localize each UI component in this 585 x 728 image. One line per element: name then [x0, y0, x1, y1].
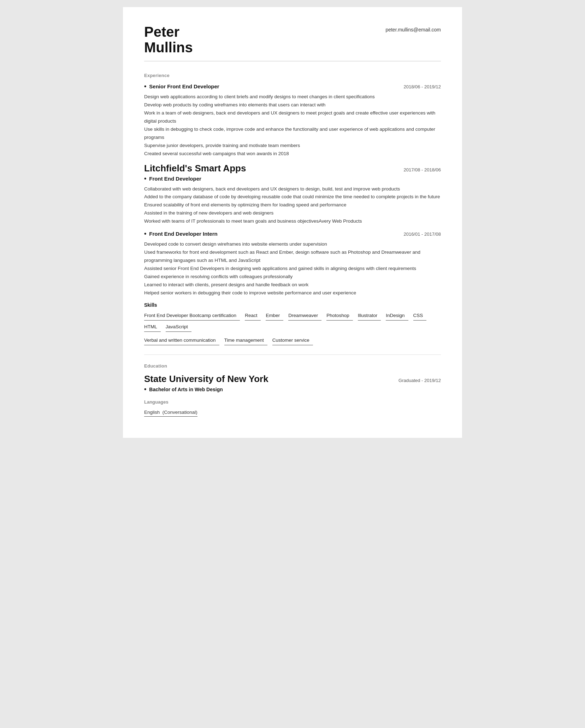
- skill-react: React: [245, 312, 261, 321]
- date-range-3: 2016/01 - 2017/08: [398, 231, 441, 237]
- job-entry-1: • Senior Front End Developer 2018/06 - 2…: [144, 83, 441, 158]
- language-entry: English (Conversational): [144, 409, 441, 417]
- degree-entry: • Bachelor of Arts in Web Design: [144, 386, 441, 392]
- language-name: English: [144, 410, 160, 415]
- degree-title: Bachelor of Arts in Web Design: [149, 387, 223, 392]
- education-header: State University of New York Graduated -…: [144, 374, 441, 384]
- job-description-1: Design web applications according to cli…: [144, 93, 441, 158]
- job-title-1: Senior Front End Developer: [149, 83, 219, 89]
- skill-javascript: JavaScript: [166, 323, 191, 332]
- bullet-2: •: [144, 175, 146, 182]
- job-title-row-3: • Front End Developer Intern 2016/01 - 2…: [144, 230, 441, 237]
- skill-photoshop: Photoshop: [326, 312, 353, 321]
- header-name: Peter Mullins: [144, 24, 193, 55]
- divider-1: [144, 354, 441, 355]
- company-name-litchfield: Litchfield's Smart Apps: [144, 163, 246, 174]
- bullet-1: •: [144, 83, 146, 89]
- education-section-label: Education: [144, 363, 441, 369]
- header: Peter Mullins peter.mullins@email.com: [144, 24, 441, 61]
- skill-customer-service: Customer service: [272, 337, 313, 345]
- languages-section: Languages English (Conversational): [144, 399, 441, 417]
- skill-indesign: InDesign: [386, 312, 408, 321]
- job-description-2: Collaborated with web designers, back en…: [144, 185, 441, 226]
- header-email: peter.mullins@email.com: [385, 24, 441, 33]
- job-title-2: Front End Developer: [149, 176, 201, 182]
- job-title-row-1: • Senior Front End Developer 2018/06 - 2…: [144, 83, 441, 89]
- first-name: Peter: [144, 24, 179, 40]
- school-name: State University of New York: [144, 374, 268, 384]
- experience-section-label: Experience: [144, 73, 441, 78]
- company-header-litchfield: Litchfield's Smart Apps 2017/08 - 2018/0…: [144, 163, 441, 174]
- skills-row-1: Front End Developer Bootcamp certificati…: [144, 312, 441, 335]
- bullet-degree: •: [144, 386, 146, 392]
- job-entry-3: • Front End Developer Intern 2016/01 - 2…: [144, 230, 441, 297]
- job-title-3: Front End Developer Intern: [149, 231, 217, 237]
- date-range-litchfield: 2017/08 - 2018/06: [398, 167, 441, 172]
- language-level: (Conversational): [162, 410, 197, 415]
- skill-time-management: Time management: [224, 337, 267, 345]
- skill-bootcamp: Front End Developer Bootcamp certificati…: [144, 312, 240, 321]
- language-english: English (Conversational): [144, 410, 197, 417]
- skill-css: CSS: [413, 312, 427, 321]
- skill-dreamweaver: Dreamweaver: [288, 312, 321, 321]
- skill-html: HTML: [144, 323, 161, 332]
- job-title-row-2: • Front End Developer: [144, 175, 441, 182]
- last-name: Mullins: [144, 40, 193, 55]
- skill-verbal: Verbal and written communication: [144, 337, 219, 345]
- skill-ember: Ember: [266, 312, 283, 321]
- languages-section-label: Languages: [144, 399, 441, 405]
- resume-page: Peter Mullins peter.mullins@email.com Ex…: [123, 7, 462, 438]
- skills-section-label: Skills: [144, 302, 441, 308]
- education-section: Education State University of New York G…: [144, 363, 441, 392]
- bullet-3: •: [144, 230, 146, 237]
- job-description-3: Developed code to convert design wirefra…: [144, 240, 441, 297]
- skill-illustrator: Illustrator: [358, 312, 381, 321]
- date-range-1: 2018/06 - 2019/12: [398, 84, 441, 89]
- graduation-date: Graduated - 2019/12: [393, 378, 441, 383]
- skills-row-2: Verbal and written communication Time ma…: [144, 337, 441, 348]
- job-entry-2: • Front End Developer Collaborated with …: [144, 175, 441, 226]
- skills-section: Skills Front End Developer Bootcamp cert…: [144, 302, 441, 348]
